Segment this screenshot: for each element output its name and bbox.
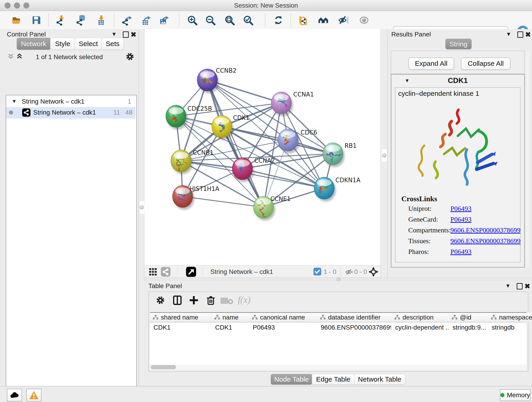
tab-sets[interactable]: Sets <box>101 38 124 50</box>
grid-view-icon[interactable] <box>148 268 157 276</box>
results-panel-float-icon[interactable] <box>517 32 523 38</box>
zoom-fit-icon[interactable] <box>224 14 235 26</box>
collection-expand-icon[interactable]: ▼ <box>12 98 17 104</box>
crosslink-genecard-link[interactable]: P06493 <box>450 216 472 223</box>
tab-network-table[interactable]: Network Table <box>354 374 405 385</box>
control-panel-collapse-icon[interactable]: ▼ <box>111 31 117 37</box>
results-scrollbar[interactable] <box>525 51 529 267</box>
network-view-title: String Network – cdk1 <box>210 268 273 275</box>
table-cell[interactable]: cyclin-dependent ... <box>392 322 448 332</box>
table-cell[interactable]: 9606.ENSP00000378699 <box>317 322 391 332</box>
zoom-selected-icon[interactable] <box>242 14 254 26</box>
export-network-icon[interactable] <box>121 14 133 26</box>
document-share-icon[interactable] <box>298 14 310 26</box>
selected-checkbox[interactable] <box>313 268 321 275</box>
toolbar-divider <box>114 13 114 27</box>
column-header-description[interactable]: description <box>392 313 452 322</box>
crosslink-pharos-link[interactable]: P06493 <box>450 248 472 255</box>
table-panel-float-icon[interactable] <box>517 283 523 289</box>
expand-all-button[interactable]: Expand All <box>408 57 454 70</box>
zoom-in-icon[interactable] <box>186 14 198 26</box>
share-view-icon[interactable] <box>161 267 171 277</box>
network-canvas[interactable]: CCNB2CCNA1CDC25BCDK1CDC6RB1CCNB1CCNA2CDK… <box>144 29 380 265</box>
hidden-eye-icon[interactable] <box>344 268 353 277</box>
node-label: HIST1H1A <box>190 185 219 192</box>
apply-function-icon[interactable]: f(x) <box>238 294 251 305</box>
home-icon[interactable] <box>317 14 329 26</box>
memory-button[interactable]: Memory <box>500 389 531 401</box>
import-network-database-icon[interactable] <box>75 14 87 26</box>
table-scrollbar-thumb[interactable] <box>151 365 176 369</box>
left-splitter-handle[interactable] <box>139 205 144 210</box>
zoom-out-icon[interactable] <box>204 14 216 26</box>
horizontal-splitter[interactable] <box>144 277 532 281</box>
node-label: CCNB2 <box>216 67 236 74</box>
table-cell[interactable]: stringdb <box>488 322 532 332</box>
table-panel-close-icon[interactable]: ✖ <box>525 282 530 290</box>
network-node-cdk1[interactable] <box>212 115 234 140</box>
right-splitter[interactable] <box>380 29 388 277</box>
results-panel-close-icon[interactable]: ✖ <box>525 31 531 38</box>
export-image-icon[interactable] <box>158 14 170 26</box>
tab-string[interactable]: String <box>445 39 472 49</box>
warning-button[interactable] <box>26 389 41 402</box>
column-header-shared-name[interactable]: shared name <box>150 313 214 322</box>
table-cell[interactable]: P06493 <box>249 322 317 332</box>
open-in-window-icon[interactable] <box>186 267 196 277</box>
table-settings-gear-icon[interactable] <box>155 295 165 305</box>
crosslink-tissues-link[interactable]: 9606.ENSP00000378699 <box>450 237 520 245</box>
fit-content-icon[interactable] <box>368 267 379 277</box>
save-session-icon[interactable] <box>31 14 42 26</box>
delete-table-icon[interactable] <box>220 297 234 305</box>
node-label: CCNA1 <box>293 91 314 98</box>
node-label: CCNB1 <box>193 149 214 156</box>
show-all-icon[interactable] <box>358 14 370 26</box>
delete-column-icon[interactable] <box>205 295 216 306</box>
import-network-file-icon[interactable] <box>55 14 67 26</box>
column-header-namespace[interactable]: namespace <box>488 313 532 322</box>
export-table-icon[interactable] <box>140 14 152 26</box>
network-node-ccna1[interactable] <box>271 92 293 116</box>
column-header-name[interactable]: name <box>211 313 252 322</box>
table-panel-collapse-icon[interactable]: ▼ <box>505 283 511 289</box>
table-cell[interactable]: CDK1 <box>150 322 211 332</box>
network-view-toolbar: String Network – cdk1 1 - 0 0 - 0 <box>144 265 380 278</box>
table-horizontal-scrollbar[interactable] <box>150 364 526 370</box>
collapse-all-button[interactable]: Collapse All <box>461 57 510 70</box>
network-row-selected[interactable]: String Network – cdk1 11 48 <box>6 107 135 119</box>
network-node-cdc25b[interactable] <box>166 105 188 129</box>
results-panel-collapse-icon[interactable]: ▼ <box>506 31 511 37</box>
refresh-icon[interactable] <box>272 14 284 26</box>
column-header-id[interactable]: @id <box>449 313 491 322</box>
import-table-icon[interactable] <box>95 14 107 26</box>
show-columns-icon[interactable] <box>172 295 183 306</box>
gene-description: cyclin–dependent kinase 1 <box>398 89 479 97</box>
network-node-rb1[interactable] <box>323 143 345 167</box>
column-header-canonical-name[interactable]: canonical name <box>249 313 320 322</box>
add-column-icon[interactable] <box>188 295 199 306</box>
tab-select[interactable]: Select <box>75 38 102 50</box>
left-splitter[interactable] <box>139 29 144 386</box>
network-node-cdkn1a[interactable] <box>314 177 336 201</box>
gene-section: ▼ CDK1 cyclin–dependent kinase 1 <box>391 74 525 268</box>
network-collection-row[interactable]: ▼ String Network – cdk1 1 <box>6 96 135 107</box>
hide-selected-icon[interactable] <box>337 14 349 26</box>
crosslink-compartments-link[interactable]: 9606.ENSP00000378699 <box>450 226 520 234</box>
toolbar-divider <box>265 13 265 27</box>
control-panel-float-icon[interactable] <box>123 32 129 38</box>
node-label: RB1 <box>345 142 356 149</box>
control-panel-close-icon[interactable]: ✖ <box>131 31 136 38</box>
table-cell[interactable]: CDK1 <box>211 322 249 332</box>
open-session-icon[interactable] <box>11 14 22 26</box>
node-label: CDK1 <box>233 114 249 121</box>
tab-edge-table[interactable]: Edge Table <box>312 374 355 385</box>
cloud-button[interactable] <box>7 389 22 402</box>
network-options-gear-icon[interactable] <box>125 52 135 61</box>
crosslink-uniprot-link[interactable]: P06493 <box>450 205 472 212</box>
tab-style[interactable]: Style <box>50 38 75 50</box>
table-cell[interactable]: stringdb:9... <box>449 322 488 332</box>
column-header-database-identifier[interactable]: database identifier <box>317 313 394 322</box>
right-splitter-handle[interactable] <box>382 153 386 157</box>
tab-network[interactable]: Network <box>17 38 51 50</box>
tab-node-table[interactable]: Node Table <box>271 374 312 385</box>
